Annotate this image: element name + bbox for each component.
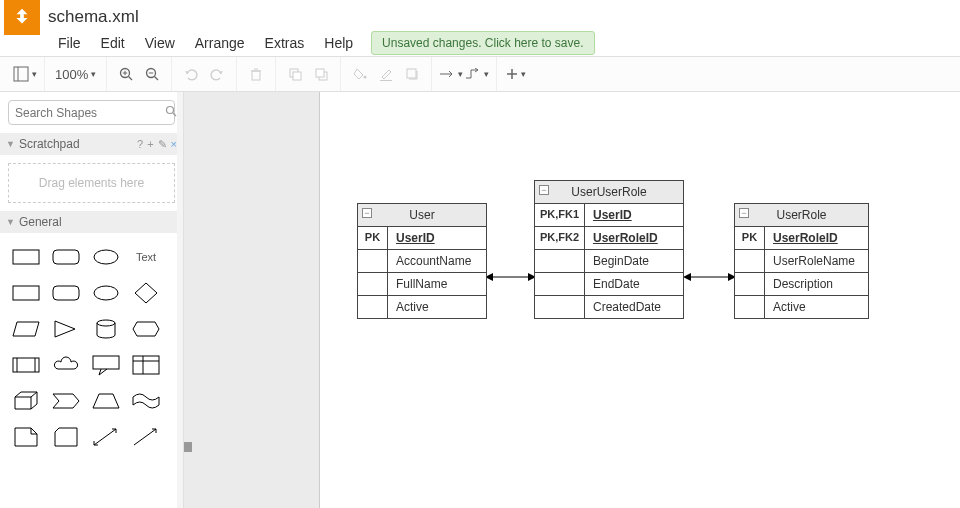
shape-cloud[interactable] — [46, 347, 86, 383]
search-shapes-input[interactable] — [8, 100, 175, 125]
scratchpad-help-icon[interactable]: ? — [137, 138, 143, 150]
shape-roundrect[interactable] — [46, 239, 86, 275]
to-front-icon[interactable] — [282, 61, 308, 87]
shadow-icon[interactable] — [399, 61, 425, 87]
sidebar-resizer[interactable] — [184, 442, 192, 452]
zoom-select[interactable]: 100%▾ — [51, 67, 100, 82]
shape-card[interactable] — [46, 419, 86, 455]
shape-callout[interactable] — [86, 347, 126, 383]
menu-extras[interactable]: Extras — [255, 33, 315, 53]
shape-tape[interactable] — [126, 383, 166, 419]
entity-title: User — [409, 208, 434, 222]
shape-arrow-bi[interactable] — [86, 419, 126, 455]
menu-edit[interactable]: Edit — [91, 33, 135, 53]
redo-icon[interactable] — [204, 61, 230, 87]
svg-line-7 — [155, 77, 159, 81]
entity-user[interactable]: −User PKUserID AccountName FullName Acti… — [357, 203, 487, 319]
scratchpad-add-icon[interactable]: + — [147, 138, 153, 150]
entity-userrole[interactable]: −UserRole PKUserRoleID UserRoleName Desc… — [734, 203, 869, 319]
toolbar: ▾ 100%▾ ▾ ▾ ▾ — [0, 56, 960, 92]
layout-icon[interactable]: ▾ — [12, 61, 38, 87]
scratchpad-header[interactable]: ▼Scratchpad ? + ✎ × — [0, 133, 183, 155]
svg-line-3 — [129, 77, 133, 81]
collapse-icon[interactable]: − — [539, 185, 549, 195]
shape-table[interactable] — [126, 347, 166, 383]
svg-point-22 — [167, 107, 174, 114]
svg-point-29 — [94, 286, 118, 300]
svg-rect-35 — [133, 356, 159, 374]
entity-title: UserUserRole — [571, 185, 646, 199]
svg-rect-15 — [316, 69, 324, 77]
shape-ellipse2[interactable] — [86, 275, 126, 311]
shape-cylinder[interactable] — [86, 311, 126, 347]
svg-rect-28 — [53, 286, 79, 300]
svg-point-16 — [364, 76, 367, 79]
entity-title: UserRole — [776, 208, 826, 222]
svg-line-23 — [173, 113, 176, 116]
undo-icon[interactable] — [178, 61, 204, 87]
search-icon — [165, 105, 177, 120]
waypoint-icon[interactable]: ▾ — [464, 61, 490, 87]
shape-step[interactable] — [46, 383, 86, 419]
scratchpad-edit-icon[interactable]: ✎ — [158, 138, 167, 151]
zoom-out-icon[interactable] — [139, 61, 165, 87]
svg-rect-25 — [53, 250, 79, 264]
svg-rect-24 — [13, 250, 39, 264]
collapse-icon[interactable]: − — [362, 208, 372, 218]
zoom-in-icon[interactable] — [113, 61, 139, 87]
canvas[interactable]: −User PKUserID AccountName FullName Acti… — [184, 92, 960, 508]
svg-rect-34 — [93, 356, 119, 369]
shape-trapezoid[interactable] — [86, 383, 126, 419]
menu-arrange[interactable]: Arrange — [185, 33, 255, 53]
collapse-icon[interactable]: − — [739, 208, 749, 218]
shape-hexagon[interactable] — [126, 311, 166, 347]
svg-point-26 — [94, 250, 118, 264]
sidebar: ▼Scratchpad ? + ✎ × Drag elements here ▼… — [0, 92, 184, 508]
menu-help[interactable]: Help — [314, 33, 363, 53]
scratchpad-dropzone[interactable]: Drag elements here — [8, 163, 175, 203]
app-logo[interactable] — [4, 0, 40, 35]
menubar: File Edit View Arrange Extras Help Unsav… — [0, 30, 960, 56]
connection-icon[interactable]: ▾ — [438, 61, 464, 87]
add-icon[interactable]: ▾ — [503, 61, 529, 87]
shape-ellipse[interactable] — [86, 239, 126, 275]
to-back-icon[interactable] — [308, 61, 334, 87]
shape-arrow[interactable] — [126, 419, 166, 455]
delete-icon[interactable] — [243, 61, 269, 87]
svg-point-30 — [97, 320, 115, 326]
shape-process[interactable] — [6, 347, 46, 383]
menu-file[interactable]: File — [48, 33, 91, 53]
line-color-icon[interactable] — [373, 61, 399, 87]
svg-line-38 — [94, 429, 116, 445]
shape-rect2[interactable] — [6, 275, 46, 311]
svg-line-39 — [134, 429, 156, 445]
shape-text[interactable]: Text — [126, 239, 166, 275]
shape-cube[interactable] — [6, 383, 46, 419]
svg-rect-18 — [407, 69, 416, 78]
svg-rect-13 — [293, 72, 301, 80]
unsaved-changes-banner[interactable]: Unsaved changes. Click here to save. — [371, 31, 594, 55]
svg-rect-0 — [14, 67, 28, 81]
entity-useruserrole[interactable]: −UserUserRole PK,FK1UserID PK,FK2UserRol… — [534, 180, 684, 319]
shape-triangle[interactable] — [46, 311, 86, 347]
shape-parallelogram[interactable] — [6, 311, 46, 347]
shape-roundrect2[interactable] — [46, 275, 86, 311]
fill-icon[interactable] — [347, 61, 373, 87]
shape-palette: Text — [0, 233, 183, 461]
menu-view[interactable]: View — [135, 33, 185, 53]
document-title: schema.xml — [48, 3, 139, 27]
shape-note[interactable] — [6, 419, 46, 455]
shape-diamond[interactable] — [126, 275, 166, 311]
general-header[interactable]: ▼General — [0, 211, 183, 233]
svg-rect-27 — [13, 286, 39, 300]
shape-rect[interactable] — [6, 239, 46, 275]
svg-rect-9 — [252, 71, 260, 80]
